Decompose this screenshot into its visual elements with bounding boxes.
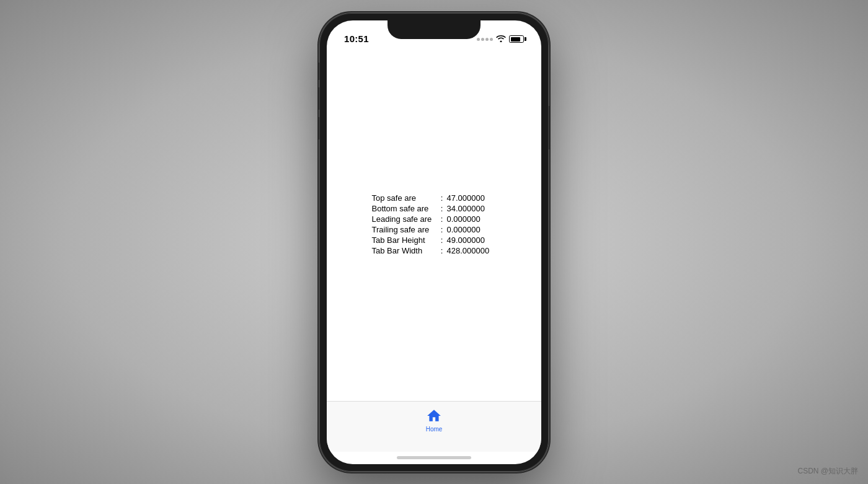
info-label: Tab Bar Height xyxy=(372,235,437,245)
info-value: 0.000000 xyxy=(447,225,497,234)
volume-up-button xyxy=(317,87,319,110)
info-row: Top safe are:47.000000 xyxy=(372,193,497,203)
info-colon: : xyxy=(437,246,447,255)
info-label: Top safe are xyxy=(372,193,437,203)
info-row: Bottom safe are:34.000000 xyxy=(372,204,497,213)
info-colon: : xyxy=(437,193,447,203)
info-colon: : xyxy=(437,225,447,234)
info-label: Leading safe are xyxy=(372,214,437,224)
info-colon: : xyxy=(437,204,447,213)
mute-button xyxy=(317,63,319,80)
info-label: Bottom safe are xyxy=(372,204,437,213)
info-label: Trailing safe are xyxy=(372,225,437,234)
home-indicator xyxy=(327,452,541,464)
tab-home[interactable]: Home xyxy=(409,408,459,433)
info-row: Tab Bar Height:49.000000 xyxy=(372,235,497,245)
info-value: 0.000000 xyxy=(447,214,497,224)
battery-icon xyxy=(509,35,524,43)
volume-down-button xyxy=(317,117,319,139)
info-colon: : xyxy=(437,235,447,245)
info-value: 428.000000 xyxy=(447,246,497,255)
tab-bar: Home xyxy=(327,401,541,452)
info-label: Tab Bar Width xyxy=(372,246,437,255)
info-value: 49.000000 xyxy=(447,235,497,245)
phone-shell: 10:51 xyxy=(319,13,549,472)
info-value: 47.000000 xyxy=(447,193,497,203)
screen-content: Top safe are:47.000000Bottom safe are:34… xyxy=(327,48,541,401)
watermark: CSDN @知识大胖 xyxy=(797,466,858,477)
info-row: Trailing safe are:0.000000 xyxy=(372,225,497,234)
tab-home-label: Home xyxy=(426,426,443,433)
status-icons xyxy=(477,35,524,44)
notch xyxy=(388,20,480,39)
home-indicator-bar xyxy=(397,456,471,459)
info-row: Leading safe are:0.000000 xyxy=(372,214,497,224)
wifi-icon xyxy=(496,35,506,44)
home-icon xyxy=(426,408,442,424)
info-colon: : xyxy=(437,214,447,224)
signal-icon xyxy=(477,38,493,41)
phone-screen: 10:51 xyxy=(327,20,541,464)
info-row: Tab Bar Width:428.000000 xyxy=(372,246,497,255)
info-value: 34.000000 xyxy=(447,204,497,213)
status-time: 10:51 xyxy=(344,33,369,44)
power-button xyxy=(549,106,551,149)
phone-mockup: 10:51 xyxy=(319,13,549,472)
info-table: Top safe are:47.000000Bottom safe are:34… xyxy=(372,193,497,255)
